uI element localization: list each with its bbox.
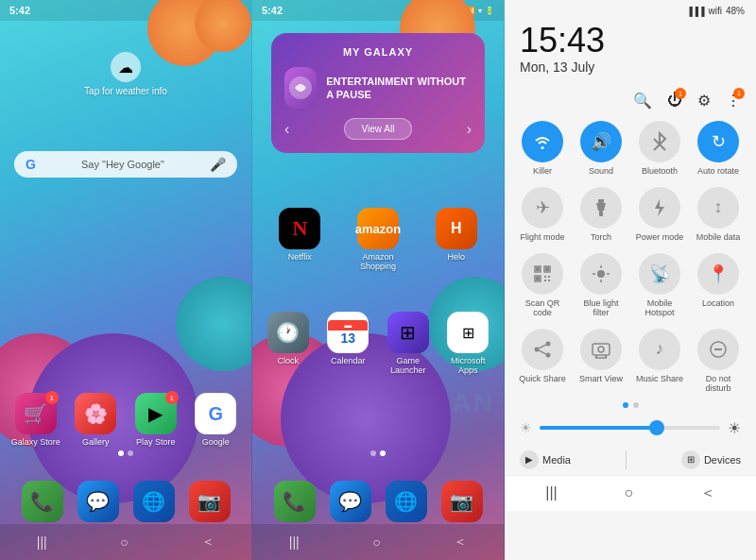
app-google[interactable]: G Google: [190, 393, 243, 447]
qs-nav-home[interactable]: ○: [624, 484, 633, 501]
qs-blue-light-btn[interactable]: [580, 253, 622, 295]
qs-dnd-btn[interactable]: [697, 329, 739, 370]
app-ms-apps[interactable]: ⊞ Microsoft Apps: [442, 312, 495, 375]
decorative-blob-orange2: [195, 0, 251, 52]
netflix-icon: N: [279, 208, 320, 249]
nav-back-btn[interactable]: ＜: [201, 534, 215, 551]
app-calendar[interactable]: ▬ 13 Calendar: [322, 312, 375, 375]
qs-flight-label: Flight mode: [520, 232, 564, 242]
qs-tile-dnd[interactable]: Do not disturb: [692, 329, 745, 393]
brightness-row[interactable]: ☀ ☀: [505, 412, 756, 445]
qs-hotspot-btn[interactable]: 📡: [639, 253, 680, 295]
qs-torch-btn[interactable]: [580, 187, 622, 229]
qs-more-icon[interactable]: ⋮ 1: [726, 92, 741, 110]
app-play-store[interactable]: ▶ 1 Play Store: [129, 393, 182, 447]
qs-tile-scan-qr[interactable]: Scan QR code: [516, 253, 569, 317]
nav-home-btn-2[interactable]: ○: [372, 535, 380, 550]
helo-icon: H: [436, 208, 477, 249]
page-dot: [128, 450, 133, 456]
nav-recent-btn[interactable]: |||: [37, 535, 47, 550]
media-button[interactable]: ▶ Media: [520, 450, 571, 469]
qs-quick-share-label: Quick Share: [519, 374, 566, 383]
gallery-label: Gallery: [82, 437, 110, 447]
qs-tile-quick-share[interactable]: Quick Share: [516, 329, 569, 393]
qs-tile-torch[interactable]: Torch: [575, 187, 627, 242]
galaxy-app-text: ENTERTAINMENT WITHOUT A PAUSE: [326, 75, 472, 102]
brightness-slider[interactable]: [540, 426, 720, 430]
brightness-thumb[interactable]: [649, 420, 664, 435]
qs-tile-location[interactable]: 📍 Location: [692, 253, 745, 317]
qs-tile-flight[interactable]: ✈ Flight mode: [516, 187, 569, 242]
devices-button[interactable]: ⊞ Devices: [681, 450, 741, 469]
qs-tile-power-mode[interactable]: Power mode: [633, 187, 686, 242]
qs-quick-share-btn[interactable]: [522, 329, 563, 370]
qs-search-icon[interactable]: 🔍: [633, 92, 652, 110]
wifi-icon-2: ▾: [478, 7, 482, 15]
nav-home-btn[interactable]: ○: [120, 535, 128, 550]
qs-wifi-btn[interactable]: [522, 121, 563, 162]
qs-smart-view-btn[interactable]: [580, 329, 622, 370]
app-netflix[interactable]: N Netflix: [266, 208, 334, 271]
app-clock[interactable]: 🕐 Clock: [262, 312, 315, 375]
my-galaxy-card[interactable]: MY GALAXY ENTERTAINMENT WITHOUT A PAUSE …: [271, 33, 485, 153]
status-time-2: 5:42: [262, 5, 283, 16]
page-dot-2b: [380, 450, 386, 456]
dock-phone[interactable]: 📞: [22, 481, 63, 522]
qs-settings-icon[interactable]: ⚙: [697, 92, 711, 110]
qs-bluetooth-label: Bluetooth: [642, 166, 678, 176]
qs-tile-hotspot[interactable]: 📡 Mobile Hotspot: [633, 253, 686, 317]
qs-power-icon[interactable]: ⏻ 1: [667, 92, 682, 109]
search-bar-1[interactable]: G Say "Hey Google" 🎤: [14, 151, 237, 178]
qs-tile-blue-light[interactable]: Blue light filter: [575, 253, 627, 317]
decorative-blob-teal: [176, 277, 252, 371]
app-gallery[interactable]: 🌸 Gallery: [70, 393, 123, 447]
qs-bluetooth-btn[interactable]: [639, 121, 680, 162]
dock-internet[interactable]: 🌐: [133, 481, 175, 522]
nav-recent-btn-2[interactable]: |||: [289, 535, 300, 550]
qs-smart-view-label: Smart View: [579, 374, 623, 383]
page-dot-active: [118, 450, 124, 456]
app-amazon[interactable]: amazon Amazon Shopping: [345, 208, 412, 271]
dock2-camera[interactable]: 📷: [441, 481, 483, 522]
nav-back-btn-2[interactable]: ＜: [454, 534, 467, 551]
svg-rect-25: [593, 344, 610, 355]
qs-flight-btn[interactable]: ✈: [522, 187, 563, 229]
media-devices-row: ▶ Media ⊞ Devices: [505, 445, 756, 475]
mic-icon[interactable]: 🎤: [210, 157, 226, 172]
qs-tile-smart-view[interactable]: Smart View: [575, 329, 627, 393]
watermark: AN: [453, 388, 494, 418]
qs-tile-bluetooth[interactable]: Bluetooth: [633, 121, 686, 176]
qs-tile-music-share[interactable]: ♪ Music Share: [633, 329, 686, 393]
weather-widget[interactable]: ☁ Tap for weather info: [0, 52, 251, 96]
dock-messages[interactable]: 💬: [77, 481, 119, 522]
dock2-internet[interactable]: 🌐: [386, 481, 427, 522]
qs-mobile-data-btn[interactable]: ↕: [697, 187, 739, 229]
qs-nav-back[interactable]: ＜: [700, 484, 715, 503]
dock-camera[interactable]: 📷: [189, 481, 231, 522]
gallery-next-arrow[interactable]: ›: [467, 121, 472, 138]
qs-scan-qr-btn[interactable]: [522, 253, 563, 295]
qs-music-share-btn[interactable]: ♪: [639, 329, 680, 370]
qs-grid-row4: Quick Share Smart View ♪ Music Share Do …: [505, 323, 756, 399]
qs-tile-wifi[interactable]: Killer: [516, 121, 569, 176]
qs-sound-btn[interactable]: 🔊: [580, 121, 622, 162]
qs-torch-label: Torch: [591, 232, 611, 242]
google-g-icon: G: [26, 157, 36, 172]
qs-location-btn[interactable]: 📍: [697, 253, 739, 295]
qs-tile-autorotate[interactable]: ↻ Auto rotate: [692, 121, 745, 176]
view-all-button[interactable]: View All: [344, 118, 413, 140]
svg-rect-3: [599, 211, 603, 216]
qs-power-mode-btn[interactable]: [639, 187, 680, 229]
page-indicators-2: [252, 450, 504, 456]
app-galaxy-store[interactable]: 🛒 1 Galaxy Store: [9, 393, 62, 447]
app-game-launcher[interactable]: ⊞ Game Launcher: [382, 312, 435, 375]
qs-music-share-label: Music Share: [636, 374, 683, 383]
gallery-prev-arrow[interactable]: ‹: [284, 121, 289, 138]
qs-tile-sound[interactable]: 🔊 Sound: [575, 121, 627, 176]
qs-autorotate-btn[interactable]: ↻: [697, 121, 739, 162]
qs-nav-recent[interactable]: |||: [545, 484, 557, 501]
dock2-phone[interactable]: 📞: [274, 481, 316, 522]
qs-tile-mobile-data[interactable]: ↕ Mobile data: [692, 187, 745, 242]
app-helo[interactable]: H Helo: [422, 208, 490, 271]
dock2-messages[interactable]: 💬: [330, 481, 371, 522]
